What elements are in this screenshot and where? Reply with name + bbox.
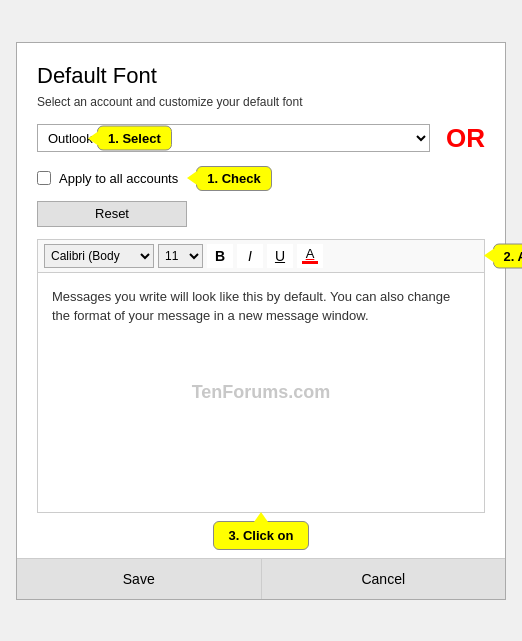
- footer-buttons: Save Cancel: [17, 558, 505, 599]
- adjust-callout: 2. Adjust: [493, 243, 522, 268]
- dialog-title: Default Font: [37, 63, 485, 89]
- font-color-bar: [302, 261, 318, 264]
- select-callout: 1. Select: [97, 126, 172, 151]
- click-on-callout: 3. Click on: [213, 521, 308, 550]
- account-row: Outlook 1. Select OR: [37, 123, 485, 154]
- preview-area: Messages you write will look like this b…: [37, 273, 485, 513]
- reset-button[interactable]: Reset: [37, 201, 187, 227]
- font-name-select[interactable]: Calibri (Body: [44, 244, 154, 268]
- italic-button[interactable]: I: [237, 244, 263, 268]
- dialog-subtitle: Select an account and customize your def…: [37, 95, 485, 109]
- apply-row: Apply to all accounts 1. Check: [37, 166, 485, 191]
- font-color-letter: A: [306, 247, 315, 260]
- click-callout-wrapper: 3. Click on: [37, 513, 485, 558]
- save-button[interactable]: Save: [17, 559, 262, 599]
- font-size-select[interactable]: 11: [158, 244, 203, 268]
- font-color-button[interactable]: A: [297, 244, 323, 268]
- default-font-dialog: Default Font Select an account and custo…: [16, 42, 506, 600]
- check-callout: 1. Check: [196, 166, 271, 191]
- apply-all-checkbox[interactable]: [37, 171, 51, 185]
- or-label: OR: [446, 123, 485, 154]
- cancel-button[interactable]: Cancel: [262, 559, 506, 599]
- underline-button[interactable]: U: [267, 244, 293, 268]
- preview-text: Messages you write will look like this b…: [52, 287, 470, 326]
- apply-label: Apply to all accounts: [59, 171, 178, 186]
- bold-button[interactable]: B: [207, 244, 233, 268]
- font-toolbar: Calibri (Body 11 B I U A 2. Adjust: [37, 239, 485, 273]
- watermark: TenForums.com: [192, 382, 331, 403]
